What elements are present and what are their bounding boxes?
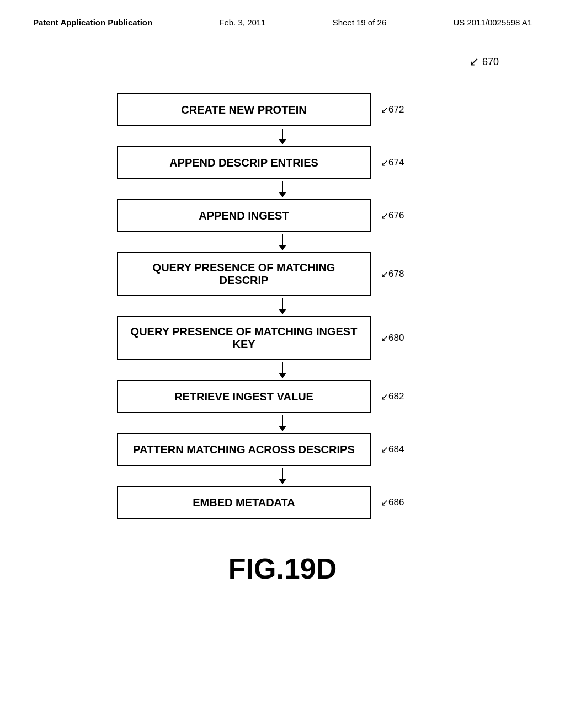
arrow-line-5	[282, 362, 283, 378]
flow-step-672: CREATE NEW PROTEIN ↙ 672	[117, 93, 448, 126]
diagram-label-670: ↙ 670	[469, 55, 499, 69]
arrow-line-1	[282, 129, 283, 144]
box-680: QUERY PRESENCE OF MATCHING INGEST KEY	[117, 316, 371, 360]
flow-step-676: APPEND INGEST ↙ 676	[117, 199, 448, 232]
arrow-670-icon: ↙	[469, 55, 479, 69]
arrow-6	[156, 413, 409, 433]
label-670-text: 670	[482, 56, 499, 68]
tick-676: ↙	[381, 210, 388, 222]
box-684: PATTERN MATCHING ACROSS DESCRIPS	[117, 433, 371, 466]
tick-672: ↙	[381, 104, 388, 116]
tick-678: ↙	[381, 269, 388, 280]
arrow-3	[156, 232, 409, 252]
label-676: ↙ 676	[381, 210, 404, 222]
arrow-line-4	[282, 298, 283, 314]
arrow-line-7	[282, 468, 283, 484]
tick-682: ↙	[381, 391, 388, 403]
patent-number: US 2011/0025598 A1	[453, 18, 532, 27]
arrow-4	[156, 296, 409, 316]
arrow-line-2	[282, 181, 283, 197]
tick-686: ↙	[381, 497, 388, 508]
figure-caption: FIG.19D	[228, 552, 337, 607]
date-label: Feb. 3, 2011	[219, 18, 265, 27]
arrow-2	[156, 179, 409, 199]
label-672: ↙ 672	[381, 104, 404, 116]
arrow-line-6	[282, 415, 283, 431]
arrow-7	[156, 466, 409, 486]
label-678: ↙ 678	[381, 269, 404, 280]
flow-step-684: PATTERN MATCHING ACROSS DESCRIPS ↙ 684	[117, 433, 448, 466]
tick-674: ↙	[381, 157, 388, 169]
flow-step-686: EMBED METADATA ↙ 686	[117, 486, 448, 519]
box-686: EMBED METADATA	[117, 486, 371, 519]
flow-step-678: QUERY PRESENCE OF MATCHING DESCRIP ↙ 678	[117, 252, 448, 296]
label-684: ↙ 684	[381, 444, 404, 456]
box-674: APPEND DESCRIP ENTRIES	[117, 146, 371, 179]
header: Patent Application Publication Feb. 3, 2…	[0, 0, 565, 38]
flowchart: CREATE NEW PROTEIN ↙ 672 APPEND DESCRIP …	[117, 93, 448, 519]
tick-680: ↙	[381, 333, 388, 344]
box-678: QUERY PRESENCE OF MATCHING DESCRIP	[117, 252, 371, 296]
page: Patent Application Publication Feb. 3, 2…	[0, 0, 565, 728]
sheet-label: Sheet 19 of 26	[333, 18, 387, 27]
arrow-line-3	[282, 234, 283, 250]
flow-step-674: APPEND DESCRIP ENTRIES ↙ 674	[117, 146, 448, 179]
flow-step-680: QUERY PRESENCE OF MATCHING INGEST KEY ↙ …	[117, 316, 448, 360]
arrow-1	[156, 126, 409, 146]
box-672: CREATE NEW PROTEIN	[117, 93, 371, 126]
box-682: RETRIEVE INGEST VALUE	[117, 380, 371, 413]
label-674: ↙ 674	[381, 157, 404, 169]
label-682: ↙ 682	[381, 391, 404, 403]
flow-step-682: RETRIEVE INGEST VALUE ↙ 682	[117, 380, 448, 413]
tick-684: ↙	[381, 444, 388, 456]
publication-label: Patent Application Publication	[33, 18, 152, 27]
diagram-area: ↙ 670 CREATE NEW PROTEIN ↙ 672 APPEND DE…	[0, 38, 565, 607]
label-680: ↙ 680	[381, 333, 404, 344]
label-686: ↙ 686	[381, 497, 404, 508]
box-676: APPEND INGEST	[117, 199, 371, 232]
arrow-5	[156, 360, 409, 380]
